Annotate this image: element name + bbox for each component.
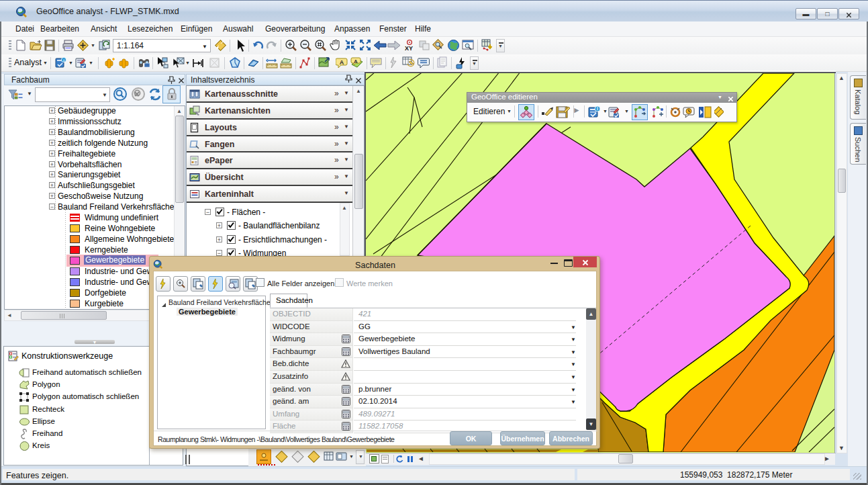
svg-text:A: A — [340, 59, 344, 66]
svg-text:A: A — [354, 58, 358, 64]
svg-text:XY: XY — [405, 45, 413, 52]
svg-text:i: i — [597, 106, 598, 111]
